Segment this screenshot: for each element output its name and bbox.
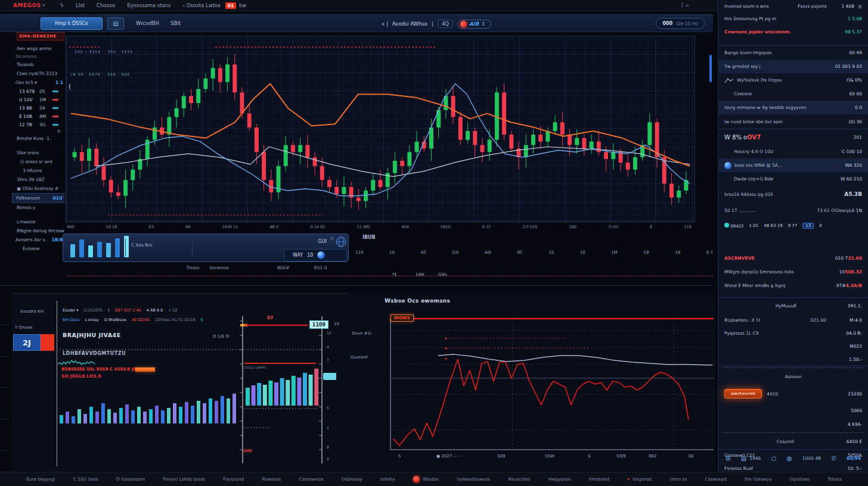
link-d[interactable]: E01 0 <box>314 265 327 270</box>
way-selector[interactable]: WAY 10 <box>284 249 347 261</box>
watchlist-quote-row[interactable]: E 10B4M <box>12 112 64 120</box>
watchlist-item[interactable]: Bmshe Kvss -1. <box>12 134 64 143</box>
toolbar-item[interactable]: ○ <box>771 455 777 462</box>
header-span[interactable]: 40 DZ/45 <box>132 317 150 322</box>
menu-item[interactable]: Eyoxssama stans <box>127 2 170 8</box>
ai-toggle[interactable]: AIB ↕ <box>457 20 491 29</box>
statusbar-item[interactable]: Wisdos <box>413 476 439 482</box>
watchlist-item[interactable]: 3Hrs 39-18Z <box>12 175 64 184</box>
sidebar-row[interactable]: Cnwnons jopler usscesnm.98 5.37 <box>718 25 868 38</box>
sidebar-row[interactable]: Cssssne60 00 <box>718 87 868 101</box>
statusbar-item[interactable]: D Gnoosszsn <box>116 476 145 482</box>
statusbar-item[interactable]: Csnsswnos <box>299 476 324 482</box>
toolbar-item[interactable]: ▤5946 <box>741 455 761 462</box>
watchlist-item[interactable]: Slke srsns <box>12 148 64 157</box>
watchlist-item[interactable]: Lrnwsne <box>12 217 64 226</box>
header-span[interactable]: CESSws-5C/31 GU1B <box>155 317 196 322</box>
toolbar-label-b[interactable]: SBit <box>170 20 181 26</box>
symbol-name[interactable]: Avodsi AWhso <box>392 21 427 27</box>
watchlist-quote-row[interactable]: U 10V1M <box>12 95 64 104</box>
header-span[interactable]: Esssbr ▾ <box>63 308 78 313</box>
price-tag[interactable]: 1109 <box>309 320 328 329</box>
sidebar-row[interactable]: 4.93A- <box>718 417 868 431</box>
primary-action-button[interactable]: Hmp k DSSCe <box>41 17 103 30</box>
header-span[interactable]: Bm Dsss <box>63 317 79 322</box>
timeframe-label[interactable]: 10 <box>389 250 395 255</box>
sidebar-row[interactable]: Pyqxssss 1L C904.0 B: <box>718 326 868 339</box>
statusbar-item[interactable]: Csswssyd <box>705 476 726 482</box>
statusbar-item[interactable]: Osbssssy <box>342 476 362 482</box>
panel-side-link[interactable]: Y Onsws <box>15 325 32 330</box>
statusbar-item[interactable]: ▾lssgsrsst <box>628 476 652 482</box>
sidebar-row[interactable]: Hovcry 4.9 O 10UC-100 10 <box>718 145 868 158</box>
volume-panel-label[interactable]: C Ass Bro <box>131 242 153 248</box>
menu-item[interactable]: ‹ Osoxta Lwtse <box>183 2 221 8</box>
sidebar-row[interactable]: 1.50:- <box>718 353 868 366</box>
statusbar-item[interactable]: Psvyn/ Lshsb bssst <box>163 476 205 482</box>
menu-item[interactable]: LIst <box>76 2 85 8</box>
sidebar-row[interactable]: Hrs Smssrnvsg Pt pg m1 5:08 <box>718 12 868 25</box>
watchlist-item[interactable]: 3-Hfzzns <box>12 166 64 175</box>
header-span[interactable]: s snssy <box>85 317 99 322</box>
sidebar-row[interactable]: Bqngs lovsn lmgspos60 99 <box>718 46 868 60</box>
grid-icon[interactable]: ▦ <box>858 4 862 9</box>
quantity-box[interactable]: 2J <box>13 334 41 351</box>
session-pill[interactable]: 000 (2e 10 m) <box>656 18 705 29</box>
alert-action-button[interactable]: smrtnvrot <box>724 389 762 398</box>
candlestick-chart[interactable]: · 300 ─ 8350 ·· 350 · 5500 /# 05 · 0570 … <box>66 36 695 222</box>
sidebar-row[interactable]: Isvrg mmszns-w 9g lwsdds ssgyyvsn0 0 <box>718 101 868 114</box>
watchlist-kv-row[interactable]: Gez br3 e1 1 <box>12 78 64 87</box>
statusbar-item[interactable]: Fsnszund <box>223 476 244 482</box>
watchlist-item[interactable]: Evlssne <box>12 244 64 253</box>
sidebar-row[interactable]: ASCRNVEVE010 7 31.60 <box>718 251 868 265</box>
layout-icon-button[interactable]: ▤ <box>107 17 124 30</box>
sidebar-row[interactable]: smrtnvrot 491021030 <box>718 384 868 404</box>
sidebar-row[interactable]: Asissvn <box>718 369 868 384</box>
link-b[interactable]: bsrwsssr <box>210 265 230 270</box>
header-span[interactable]: EB7 937 2 4S <box>115 308 141 313</box>
header-span[interactable]: O Wsdbssw <box>104 317 126 322</box>
sidebar-row[interactable]: brss16 946ssz pg 02llA5.3B <box>718 186 868 202</box>
link-c[interactable]: 806# <box>277 265 290 270</box>
watchlist-quote-row[interactable]: 12 7B3G <box>12 120 64 129</box>
sidebar-row[interactable]: 5060 <box>718 404 868 417</box>
sidebar-row[interactable]: Wsnd E Mbsr smsBs g ltgrq97# 4.3A/B <box>718 279 868 292</box>
sidebar-row[interactable]: Yw grmdsd ssy j01 001 9 02 <box>718 60 868 73</box>
refresh-icon[interactable]: ↻ <box>12 129 64 134</box>
center-prefix-icon[interactable]: » | <box>382 21 388 27</box>
timeframe-label[interactable]: 10 <box>580 250 585 255</box>
statusbar-item[interactable]: Rswssos <box>262 476 281 482</box>
toolbar-item[interactable]: ⊞ <box>726 455 730 462</box>
watchlist-kv-row[interactable]: Avssers Asr s1B/B <box>12 235 64 244</box>
sidebar-row[interactable]: Cssznnf6450 E <box>718 434 868 448</box>
watchlist-item[interactable]: Aen wsgs anms <box>12 44 64 53</box>
watchlist-item[interactable]: BNgne dsrlug Hrcsswne <box>12 226 64 235</box>
timeframe-label[interactable]: C8 <box>643 250 649 255</box>
watchlist-kv-row[interactable]: PsNswsssn01U <box>12 193 64 203</box>
sidebar-row[interactable]: 50 17 ............ 73 61 OGtssryL0 1N <box>718 202 868 218</box>
header-span[interactable]: § <box>108 308 110 313</box>
statusbar-item[interactable]: Vmsbsnd <box>589 476 610 482</box>
statusbar-item[interactable]: imsn ss <box>670 476 687 482</box>
statusbar-item[interactable]: ths Gstswyy <box>745 476 772 482</box>
statusbar-item[interactable]: C SSG bsss <box>73 476 98 482</box>
watchlist-quote-row[interactable]: 13 67805 <box>12 87 64 95</box>
statusbar-item[interactable]: Eure bsyyygi <box>26 476 55 482</box>
statusbar-item[interactable]: Hwgypsss <box>548 476 571 482</box>
toolbar-item[interactable]: 60/94 <box>847 456 861 461</box>
timeframe-label[interactable]: 1M <box>611 250 618 255</box>
chart-scrollbar-thumb[interactable] <box>709 55 712 82</box>
watchlist-quote-row[interactable]: 13 8824 <box>12 104 64 112</box>
sidebar-row[interactable]: MWgrs dqnoGs Smrsssvss lnAs10 500.32 <box>718 265 868 279</box>
watchlist-subitem[interactable]: Ds onsnss <box>12 53 64 60</box>
sidebar-row[interactable]: Dwde Urp+G BdeW 60 210 <box>718 172 868 186</box>
timeframe-label[interactable]: A0l <box>485 250 491 255</box>
statusbar-item[interactable]: Nsuscshsl <box>508 476 530 482</box>
timeframe-label[interactable]: 9C <box>517 250 522 255</box>
statusbar-item[interactable]: tshshy <box>380 476 395 482</box>
sidebar-row[interactable]: HyMuuuE091.1: <box>718 298 868 313</box>
timeframe-label[interactable]: 18 <box>675 250 680 255</box>
timeframe-label[interactable]: 1S <box>548 250 554 255</box>
gui-label[interactable]: GUI <box>318 239 327 244</box>
logo-caret-icon[interactable]: ▾ <box>43 3 45 8</box>
